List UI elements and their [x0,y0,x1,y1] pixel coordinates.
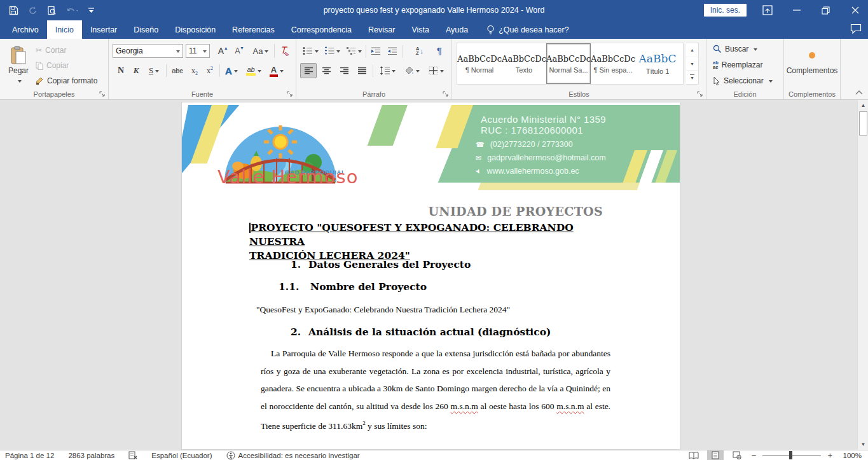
addins-button[interactable]: Complementos [787,43,837,85]
print-preview-icon[interactable] [47,6,57,15]
change-case-button[interactable]: Aa [250,44,272,58]
proofing-status[interactable] [128,451,137,459]
vertical-scrollbar[interactable]: ▲ ▼ [857,100,868,450]
unit-heading[interactable]: UNIDAD DE PROYECTOS [182,204,603,218]
heading-1-1[interactable]: 1.1.Nombre del Proyecto [279,281,427,293]
tab-correspondencia[interactable]: Correspondencia [283,20,360,39]
style-normal[interactable]: AaBbCcDc ¶ Normal [457,43,502,84]
heading-1[interactable]: 1.Datos Generales del Proyecto [291,258,471,270]
project-title[interactable]: PROYECTO "QUESOFEST Y EXPOGANADO: CELEBR… [249,221,618,263]
styles-dialog-launcher[interactable] [697,91,703,97]
web-layout-button[interactable] [729,450,745,460]
italic-button[interactable]: K [129,63,143,78]
tab-inicio[interactable]: Inicio [47,20,82,39]
tab-diseno[interactable]: Diseño [125,20,167,39]
scroll-down-button[interactable]: ▼ [858,439,868,450]
underline-button[interactable]: S [144,63,163,78]
show-marks-button[interactable]: ¶ [432,44,446,58]
scroll-up-button[interactable]: ▲ [858,100,868,111]
styles-scroll-down[interactable]: ▼ [686,57,698,71]
highlight-button[interactable]: ab [244,63,264,78]
text-effects-button[interactable]: A [222,63,241,78]
letterhead-banner[interactable]: GAD PARROQUIAL Valle Hermoso Acuerdo Min… [182,105,680,190]
format-painter-button[interactable]: Copiar formato [36,75,97,87]
customize-quick-access-icon[interactable] [88,7,94,13]
save-icon[interactable] [9,6,18,15]
shrink-font-button[interactable]: A▾ [231,44,247,58]
style-titulo-1[interactable]: AaBbC Título 1 [635,43,680,84]
close-button[interactable] [850,5,860,16]
tab-referencias[interactable]: Referencias [224,20,283,39]
sign-in-button[interactable]: Inic. ses. [704,4,747,17]
font-dialog-launcher[interactable] [287,91,293,97]
clear-formatting-button[interactable] [277,44,293,58]
borders-button[interactable] [425,63,448,78]
tab-disposicion[interactable]: Disposición [167,20,224,39]
align-right-button[interactable] [336,63,352,78]
tab-insertar[interactable]: Insertar [82,20,125,39]
subscript-button[interactable]: x2 [188,63,202,78]
tab-archivo[interactable]: Archivo [4,20,47,39]
line-spacing-button[interactable] [376,63,398,78]
select-button[interactable]: Seleccionar [713,76,773,85]
minimize-button[interactable] [791,5,802,16]
scrollbar-thumb[interactable] [859,111,867,136]
read-mode-button[interactable] [685,450,702,460]
numbering-button[interactable] [322,44,342,58]
scissors-icon: ✂ [36,46,42,55]
document-canvas[interactable]: GAD PARROQUIAL Valle Hermoso Acuerdo Min… [0,100,868,450]
accessibility-status[interactable]: Accesibilidad: es necesario investigar [226,451,360,460]
comments-icon[interactable] [850,24,862,34]
zoom-slider[interactable] [762,455,821,456]
project-name-quote[interactable]: "QuesoFest y ExpoGanado: Celebrando Nues… [256,305,510,315]
zoom-percentage[interactable]: 100% [840,452,862,459]
tab-revisar[interactable]: Revisar [360,20,403,39]
font-size-combo[interactable]: 11 [186,44,210,58]
replace-button[interactable]: ab ac Reemplazar [713,60,762,69]
restore-button[interactable] [820,5,831,16]
print-layout-button[interactable] [707,450,724,460]
sort-button[interactable]: AZ ↓ [411,44,429,58]
grow-font-button[interactable]: A▴ [215,44,230,58]
strikethrough-button[interactable]: abc [169,63,186,78]
clipboard-dialog-launcher[interactable] [99,91,106,97]
justify-button[interactable] [354,63,370,78]
align-center-button[interactable] [318,63,334,78]
superscript-button[interactable]: x2 [203,63,217,78]
style-normal-sa-selected[interactable]: AaBbCcDc Normal Sa... [546,43,591,84]
language-indicator[interactable]: Español (Ecuador) [151,452,212,459]
word-count[interactable]: 2863 palabras [68,452,114,459]
font-family-combo[interactable]: Georgia [113,44,183,58]
zoom-slider-thumb[interactable] [789,451,792,459]
borders-icon [429,66,438,75]
dialog-launcher-glyph [99,91,106,97]
tell-me-search[interactable]: ¿Qué desea hacer? [486,20,569,39]
increase-indent-button[interactable] [385,44,400,58]
tab-vista[interactable]: Vista [403,20,437,39]
align-left-button[interactable] [300,63,317,78]
paragraph-dialog-launcher[interactable] [443,91,449,97]
styles-gallery-more[interactable]: ▼ [686,71,698,84]
style-texto[interactable]: AaBbCcDc Texto [502,43,546,84]
page-indicator[interactable]: Página 1 de 12 [5,452,54,459]
ribbon-display-options-icon[interactable] [762,5,773,16]
heading-2[interactable]: 2.Análisis de la situación actual (diagn… [291,326,551,338]
find-button[interactable]: Buscar [713,45,757,53]
multilevel-list-button[interactable] [343,44,364,58]
print-preview-glyph [47,6,57,15]
copy-label: Copiar [46,61,69,70]
document-page[interactable]: GAD PARROQUIAL Valle Hermoso Acuerdo Min… [181,102,680,450]
collapse-ribbon-button[interactable] [855,90,864,95]
zoom-in-button[interactable]: + [827,450,832,460]
font-color-button[interactable]: A [266,63,287,78]
zoom-out-button[interactable]: − [752,450,757,460]
paste-button[interactable]: Pegar [5,42,32,89]
decrease-indent-button[interactable] [368,44,383,58]
tab-ayuda[interactable]: Ayuda [437,20,476,39]
body-paragraph[interactable]: La Parroquia de Valle Hermoso responde a… [261,345,610,435]
shading-button[interactable] [401,63,422,78]
bullets-button[interactable] [300,44,320,58]
styles-scroll-up[interactable]: ▲ [686,43,698,57]
bold-button[interactable]: N [114,63,128,78]
style-sin-espaciado[interactable]: AaBbCcDc ¶ Sin espa... [591,43,635,84]
